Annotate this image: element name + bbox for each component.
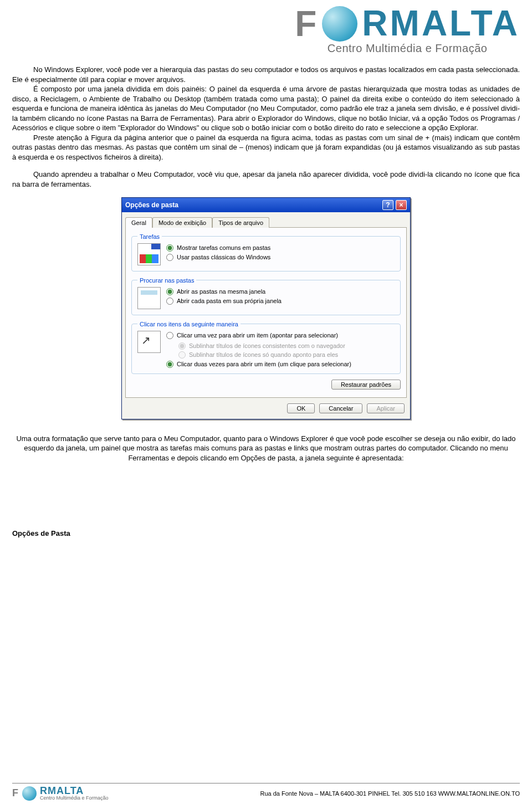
radio-label: Abrir as pastas na mesma janela [177,288,265,295]
group-legend: Clicar nos itens da seguinte maneira [137,321,241,327]
paragraph: No Windows Explorer, você pode ver a hie… [12,65,520,84]
section-title: Opções de Pasta [12,529,520,537]
ok-button[interactable]: OK [287,403,315,413]
dialog-title: Opções de pasta [125,201,178,209]
radio-duplo-clique[interactable]: Clicar duas vezes para abrir um item (um… [166,361,351,368]
footer-brand: F RMALTA Centro Multimédia e Formação [12,786,109,801]
close-button[interactable]: × [396,200,407,210]
paragraph: Preste atenção à Figura da página anteri… [12,133,520,162]
radio-mesma-janela[interactable]: Abrir as pastas na mesma janela [166,288,282,295]
apply-button[interactable]: Aplicar [367,403,405,413]
radio-um-clique[interactable]: Clicar uma vez para abrir um item (apont… [166,332,351,339]
radio-label: Mostrar tarefas comuns em pastas [177,244,270,251]
group-procurar: Procurar nas pastas Abrir as pastas na m… [131,277,401,315]
radio-input[interactable] [166,332,173,339]
document-body: No Windows Explorer, você pode ver a hie… [12,65,520,190]
page-footer: F RMALTA Centro Multimédia e Formação Ru… [12,783,520,801]
radio-label: Usar pastas clássicas do Windows [177,254,270,260]
radio-label: Clicar duas vezes para abrir um item (um… [177,361,351,367]
tab-geral[interactable]: Geral [125,217,152,228]
radio-label: Sublinhar títulos de ícones consistentes… [189,342,345,349]
group-legend: Tarefas [137,233,162,240]
radio-input[interactable] [166,244,173,252]
footer-address: Rua da Fonte Nova – MALTA 6400-301 PINHE… [260,790,520,797]
globe-icon [22,786,37,801]
radio-input[interactable] [166,361,173,368]
paragraph: Uma outra formatação que serve tanto par… [12,434,520,463]
group-clicar: Clicar nos itens da seguinte maneira Cli… [131,321,401,374]
group-tarefas: Tarefas Mostrar tarefas comuns em pastas [131,233,401,272]
divider [12,783,520,783]
radio-mostrar-tarefas[interactable]: Mostrar tarefas comuns em pastas [166,244,270,252]
radio-input[interactable] [166,298,173,305]
radio-sublinhar-aponto: Sublinhar títulos de ícones só quando ap… [178,351,351,359]
brand-suffix: RMALTA [40,786,109,796]
brand-suffix: RMALTA [362,8,520,40]
radio-label: Abrir cada pasta em sua própria janela [177,298,282,304]
radio-propria-janela[interactable]: Abrir cada pasta em sua própria janela [166,298,282,305]
radio-label: Clicar uma vez para abrir um item (apont… [177,332,338,339]
tab-modo-exibicao[interactable]: Modo de exibição [152,217,212,228]
radio-label: Sublinhar títulos de ícones só quando ap… [189,351,338,358]
brand-subtitle: Centro Multimédia e Formação [328,42,488,55]
tab-tipos-arquivo[interactable]: Tipos de arquivo [212,217,269,228]
restore-defaults-button[interactable]: Restaurar padrões [331,380,401,390]
page-header: F RMALTA Centro Multimédia e Formação [12,0,520,55]
paragraph: É composto por uma janela dividida em do… [12,84,520,133]
brand-prefix: F [295,3,318,44]
brand-subtitle: Centro Multimédia e Formação [40,796,109,801]
folder-options-dialog: Opções de pasta ? × Geral Modo de exibiç… [121,197,411,419]
thumbnail-icon [137,287,161,309]
group-legend: Procurar nas pastas [137,277,196,284]
radio-pastas-classicas[interactable]: Usar pastas clássicas do Windows [166,254,270,261]
globe-icon [322,6,357,42]
brand-prefix: F [12,787,19,798]
dialog-titlebar: Opções de pasta ? × [122,198,410,212]
cursor-icon [137,331,161,353]
radio-input[interactable] [166,254,173,261]
radio-sublinhar-sempre: Sublinhar títulos de ícones consistentes… [178,342,351,350]
radio-input [178,342,186,350]
paragraph: Quando aprendeu a trabalhar o Meu Comput… [12,170,520,189]
brand-logo: F RMALTA Centro Multimédia e Formação [295,3,520,55]
radio-input[interactable] [166,288,173,295]
help-button[interactable]: ? [382,200,393,210]
tabs: Geral Modo de exibição Tipos de arquivo [125,217,407,227]
cancel-button[interactable]: Cancelar [319,403,362,413]
radio-input [178,351,186,359]
thumbnail-icon [137,243,161,265]
